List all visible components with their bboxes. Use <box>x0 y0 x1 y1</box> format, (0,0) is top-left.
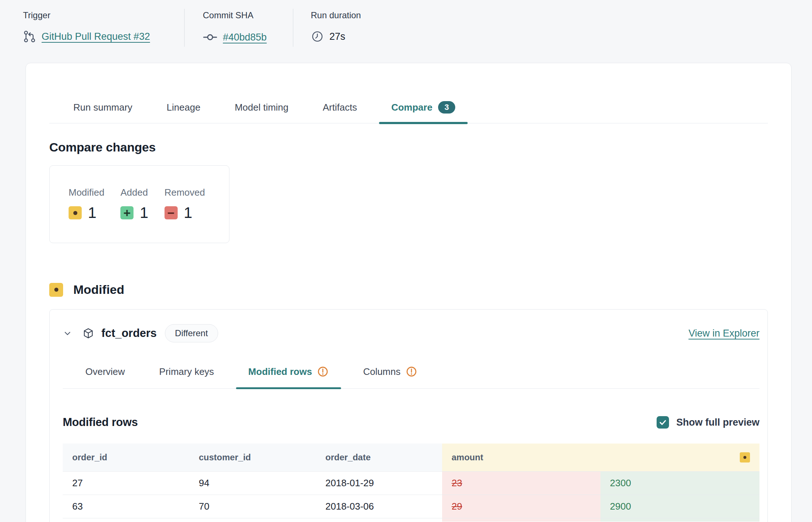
table-cell-new-value: 2900 <box>600 495 759 518</box>
table-cell-new-value <box>600 518 759 522</box>
table-cell-old-value: 29 <box>442 495 600 518</box>
clock-icon <box>311 30 324 43</box>
summary-modified: Modified 1 <box>69 187 104 222</box>
run-tabs: Run summary Lineage Model timing Artifac… <box>49 101 768 123</box>
column-header-order-date: order_date <box>316 444 442 471</box>
tab-model-timing[interactable]: Model timing <box>222 101 301 123</box>
tab-primary-keys[interactable]: Primary keys <box>147 366 226 388</box>
column-header-customer-id: customer_id <box>189 444 316 471</box>
tab-lineage[interactable]: Lineage <box>154 101 213 123</box>
table-cell: 27 <box>63 471 189 495</box>
commit-sha-label: Commit SHA <box>203 10 293 20</box>
trigger-pr-link[interactable]: GitHub Pull Request #32 <box>42 31 150 42</box>
compare-count-badge: 3 <box>438 101 455 114</box>
table-cell: 70 <box>189 495 316 518</box>
model-tabs: Overview Primary keys Modified rows Colu… <box>63 366 759 389</box>
table-cell: 2018-01-29 <box>316 471 442 495</box>
added-badge-icon: + <box>120 206 134 219</box>
show-full-preview-toggle[interactable]: Show full preview <box>657 416 759 429</box>
modified-column-badge-icon <box>740 452 750 462</box>
trigger-label: Trigger <box>23 10 184 20</box>
run-duration-value: 27s <box>329 31 345 42</box>
table-cell: 2018-03-06 <box>316 495 442 518</box>
tab-run-summary[interactable]: Run summary <box>61 101 145 123</box>
pull-request-icon <box>23 30 36 43</box>
modified-badge-icon <box>49 283 63 297</box>
table-cell: 63 <box>63 495 189 518</box>
status-badge: Different <box>165 324 218 342</box>
tab-modified-rows[interactable]: Modified rows <box>236 366 341 388</box>
table-cell <box>189 518 316 522</box>
modified-rows-title: Modified rows <box>63 416 138 429</box>
git-commit-icon <box>203 30 217 45</box>
modified-section-heading: Modified <box>49 283 768 297</box>
tab-columns[interactable]: Columns <box>351 366 430 388</box>
modified-badge-icon <box>69 206 82 219</box>
table-cell <box>63 518 189 522</box>
table-cell: 94 <box>189 471 316 495</box>
model-name: fct_orders <box>101 327 157 340</box>
show-full-preview-label: Show full preview <box>676 417 759 428</box>
commit-sha-link[interactable]: #40bd85b <box>223 32 267 43</box>
page-title: Compare changes <box>49 140 768 154</box>
model-cube-icon <box>82 327 94 339</box>
summary-added: Added + 1 <box>120 187 148 222</box>
tab-artifacts[interactable]: Artifacts <box>310 101 370 123</box>
table-cell-new-value: 2300 <box>600 471 759 495</box>
compare-summary-card: Modified 1 Added + 1 Removed − 1 <box>49 165 229 243</box>
warning-icon <box>317 366 329 377</box>
tab-compare[interactable]: Compare 3 <box>379 101 468 123</box>
column-header-order-id: order_id <box>63 444 189 471</box>
run-meta-bar: Trigger GitHub Pull Request #32 Commit S… <box>23 10 361 47</box>
run-detail-card: Run summary Lineage Model timing Artifac… <box>26 63 792 522</box>
table-cell-old-value: 23 <box>442 471 600 495</box>
tab-overview[interactable]: Overview <box>73 366 137 388</box>
removed-badge-icon: − <box>165 206 178 219</box>
checkbox-checked-icon[interactable] <box>657 416 669 429</box>
table-cell-old-value <box>442 518 600 522</box>
warning-icon <box>406 366 417 377</box>
summary-removed: Removed − 1 <box>165 187 205 222</box>
modified-rows-table: order_id customer_id order_date amount 2… <box>63 444 759 522</box>
view-in-explorer-link[interactable]: View in Explorer <box>688 328 759 339</box>
column-header-amount: amount <box>442 444 759 471</box>
run-duration-label: Run duration <box>311 10 361 20</box>
chevron-down-icon[interactable] <box>63 329 72 338</box>
table-cell <box>316 518 442 522</box>
model-card-fct-orders: fct_orders Different View in Explorer Ov… <box>49 309 768 522</box>
